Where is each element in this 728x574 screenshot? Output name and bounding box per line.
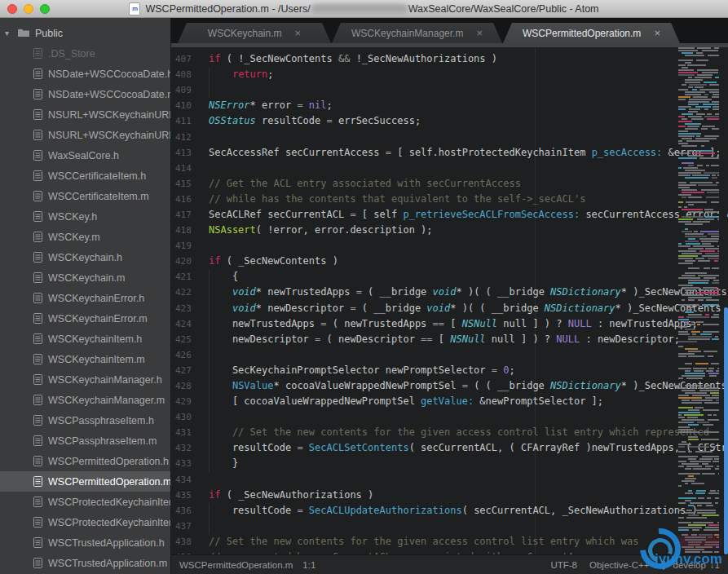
tree-item[interactable]: NSDate+WSCCocoaDate.m bbox=[0, 84, 170, 104]
tree-item[interactable]: WSCPermittedOperation.h bbox=[0, 451, 170, 471]
tree-root-folder[interactable]: ▾ Public bbox=[0, 23, 170, 43]
code-line[interactable]: 407if ( !_SecNewContents && !_SecNewAuth… bbox=[171, 51, 728, 67]
code-line[interactable]: 435if ( _SecNewAuthorizations ) bbox=[171, 488, 728, 503]
code-line[interactable]: 410NSError* error = nil; bbox=[171, 98, 728, 113]
line-number: 422 bbox=[171, 287, 209, 298]
code-line[interactable]: 423 void* newDescriptor = ( __bridge voi… bbox=[171, 301, 728, 316]
tree-item[interactable]: WSCKeychain.m bbox=[0, 267, 170, 288]
tree-item-label: WSCKeychainItem.h bbox=[48, 333, 142, 345]
code-line[interactable]: 433 } bbox=[171, 456, 728, 471]
tree-item[interactable]: .DS_Store bbox=[0, 43, 170, 64]
line-number: 409 bbox=[171, 85, 209, 95]
tree-item-label: WSCKey.m bbox=[48, 232, 100, 243]
code-line-text bbox=[209, 347, 728, 363]
tab-WSCPermittedOperation.m[interactable]: WSCPermittedOperation.m× bbox=[503, 23, 680, 43]
scrollbar-thumb[interactable] bbox=[724, 307, 728, 554]
close-window-button[interactable] bbox=[7, 4, 17, 14]
tab-WSCKeychainManager.m[interactable]: WSCKeychainManager.m× bbox=[332, 23, 502, 43]
code-line[interactable]: 411OSStatus resultCode = errSecSuccess; bbox=[171, 113, 728, 129]
file-icon bbox=[33, 232, 42, 242]
tree-item[interactable]: WSCProtectedKeychainItem.h bbox=[0, 492, 170, 512]
code-line[interactable]: 408 return; bbox=[171, 67, 728, 82]
code-line-text: // Set the new contents for the given ac… bbox=[209, 534, 728, 550]
code-line[interactable]: 420if ( _SecNewContents ) bbox=[171, 254, 728, 269]
zoom-window-button[interactable] bbox=[40, 4, 50, 14]
code-line[interactable]: 413SecAccessRef secCurrentAccess = [ sel… bbox=[171, 145, 728, 161]
status-git[interactable]: develop ↓1 bbox=[662, 560, 720, 570]
code-line[interactable]: 421 { bbox=[171, 269, 728, 285]
tree-item[interactable]: NSURL+WSCKeychainURL.h bbox=[0, 104, 170, 125]
tree-item[interactable]: WSCPermittedOperation.m bbox=[0, 471, 170, 492]
code-line-text: SecACLRef secCurrentACL = [ self p_retri… bbox=[209, 207, 728, 223]
tree-item-label: WSCKeychainError.h bbox=[48, 293, 144, 304]
tree-item[interactable]: WSCKeychainError.m bbox=[0, 308, 170, 329]
code-line[interactable]: 409 bbox=[171, 82, 728, 98]
status-encoding[interactable]: UTF-8 bbox=[550, 560, 577, 570]
tree-item-label: WSCPassphraseItem.h bbox=[48, 415, 154, 426]
code-line[interactable]: 436 resultCode = SecACLUpdateAuthorizati… bbox=[171, 503, 728, 519]
tree-item[interactable]: WaxSealCore.h bbox=[0, 145, 170, 166]
tree-item[interactable]: NSDate+WSCCocoaDate.h bbox=[0, 64, 170, 84]
code-line[interactable]: 437 bbox=[171, 519, 728, 534]
code-line-text bbox=[209, 238, 728, 254]
code-line[interactable]: 431 // Set the new contents for the give… bbox=[171, 425, 728, 440]
tree-item[interactable]: WSCTrustedApplication.h bbox=[0, 532, 170, 553]
code-line[interactable]: 416// while has the contents that equiva… bbox=[171, 192, 728, 207]
status-grammar[interactable]: Objective-C++ bbox=[589, 560, 650, 570]
code-line[interactable]: 417SecACLRef secCurrentACL = [ self p_re… bbox=[171, 207, 728, 223]
code-line-text: [ cocoaValueWrappedNewPromptSel getValue… bbox=[209, 394, 728, 409]
tree-item[interactable]: WSCKey.m bbox=[0, 227, 170, 247]
code-line[interactable]: 418NSAssert( !error, error.description )… bbox=[171, 223, 728, 238]
tree-item[interactable]: WSCKeychainError.h bbox=[0, 288, 170, 308]
chevron-down-icon[interactable]: ▾ bbox=[5, 29, 18, 38]
code-line[interactable]: 428 NSValue* cocoaValueWrappedNewPromptS… bbox=[171, 378, 728, 394]
minimap[interactable] bbox=[678, 47, 724, 554]
code-line[interactable]: 419 bbox=[171, 238, 728, 254]
indent-guide bbox=[209, 301, 210, 316]
code-line-text: NSError* error = nil; bbox=[209, 98, 728, 113]
status-cursor-position[interactable]: 1:1 bbox=[302, 560, 315, 570]
tree-item[interactable]: WSCProtectedKeychainItem.m bbox=[0, 512, 170, 532]
tab-close-icon[interactable]: × bbox=[654, 29, 660, 38]
file-icon bbox=[33, 456, 42, 466]
code-line[interactable]: 414 bbox=[171, 161, 728, 176]
tree-item[interactable]: WSCTrustedApplication.m bbox=[0, 553, 170, 573]
wrap-guide bbox=[535, 47, 536, 554]
code-line[interactable]: 412 bbox=[171, 129, 728, 144]
tab-close-icon[interactable]: × bbox=[295, 29, 302, 38]
tab-close-icon[interactable]: × bbox=[476, 29, 483, 38]
tree-item[interactable]: WSCKeychainItem.h bbox=[0, 329, 170, 349]
file-icon bbox=[33, 374, 42, 385]
tree-item[interactable]: WSCKeychainManager.m bbox=[0, 390, 170, 410]
code-line[interactable]: 424 newTrustedApps = ( newTrustedApps ==… bbox=[171, 316, 728, 332]
tree-item[interactable]: NSURL+WSCKeychainURL.m bbox=[0, 125, 170, 145]
tree-item[interactable]: WSCKey.h bbox=[0, 206, 170, 227]
code-line[interactable]: 427 SecKeychainPromptSelector newPromptS… bbox=[171, 363, 728, 378]
code-line[interactable]: 432 resultCode = SecACLSetContents( secC… bbox=[171, 440, 728, 456]
tree-item[interactable]: WSCKeychain.h bbox=[0, 247, 170, 267]
code-line[interactable]: 430 bbox=[171, 409, 728, 425]
line-number: 410 bbox=[171, 100, 209, 111]
tree-item[interactable]: WSCCertificateItem.m bbox=[0, 186, 170, 206]
code-editor[interactable]: 407if ( !_SecNewContents && !_SecNewAuth… bbox=[171, 47, 728, 554]
tree-item[interactable]: WSCKeychainManager.h bbox=[0, 369, 170, 390]
tree-item[interactable]: WSCCertificateItem.h bbox=[0, 166, 170, 186]
tree-item-label: WSCKeychainManager.m bbox=[48, 395, 165, 406]
scrollbar-track[interactable] bbox=[724, 47, 728, 554]
code-line[interactable]: 425 newDescriptor = ( newDescriptor == [… bbox=[171, 332, 728, 347]
code-line-text: // while has the contents that equivalen… bbox=[209, 192, 728, 207]
tree-item[interactable]: WSCPassphraseItem.m bbox=[0, 430, 170, 451]
code-line[interactable]: 438// Set the new contents for the given… bbox=[171, 534, 728, 550]
file-icon bbox=[33, 170, 42, 181]
code-line[interactable]: 415// Get the ACL entry associated with … bbox=[171, 176, 728, 192]
tree-item[interactable]: WSCPassphraseItem.h bbox=[0, 410, 170, 430]
tree-item-label: WSCTrustedApplication.m bbox=[48, 558, 167, 569]
code-line[interactable]: 422 void* newTrustedApps = ( __bridge vo… bbox=[171, 285, 728, 300]
minimize-window-button[interactable] bbox=[24, 4, 33, 14]
tree-item[interactable]: WSCKeychainItem.m bbox=[0, 349, 170, 369]
code-line[interactable]: 434 bbox=[171, 472, 728, 488]
code-line[interactable]: 429 [ cocoaValueWrappedNewPromptSel getV… bbox=[171, 394, 728, 409]
tab-WSCKeychain.m[interactable]: WSCKeychain.m× bbox=[178, 23, 331, 43]
status-file-name[interactable]: WSCPermittedOperation.m bbox=[179, 560, 293, 570]
code-line[interactable]: 426 bbox=[171, 347, 728, 363]
